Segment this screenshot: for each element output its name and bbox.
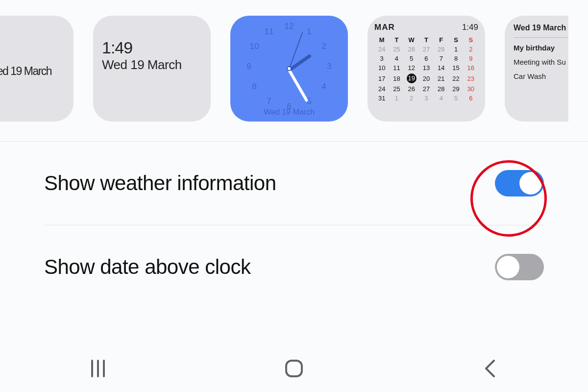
calendar-day: 2 [404, 94, 419, 103]
calendar-day: 10 [374, 63, 389, 73]
calendar-dow: T [419, 35, 434, 45]
calendar-day: 23 [464, 73, 478, 84]
toggle-knob [497, 256, 519, 278]
nav-back-button[interactable] [431, 358, 549, 379]
calendar-day: 27 [419, 84, 434, 94]
calendar-day: 6 [419, 54, 434, 63]
calendar-month: MAR [374, 23, 395, 32]
calendar-day: 24 [374, 45, 389, 54]
calendar-day: 22 [448, 73, 463, 84]
clock-number: 3 [323, 61, 335, 73]
clock-number: 11 [263, 26, 275, 38]
calendar-day: 25 [389, 45, 404, 54]
setting-row-weather[interactable]: Show weather information [44, 142, 544, 225]
event-item: Car Wash [514, 72, 568, 80]
clock-number: 2 [318, 41, 330, 52]
calendar-day: 28 [434, 84, 448, 94]
clock-number: 9 [243, 61, 255, 73]
clock-number: 1 [303, 26, 315, 38]
calendar-dow: F [434, 35, 448, 45]
calendar-day: 1 [448, 45, 463, 54]
widget-events[interactable]: Wed 19 March My birthdayMeeting with SuC… [505, 16, 568, 122]
clock-number: 10 [248, 41, 260, 52]
clock-center-dot [287, 66, 292, 71]
widget-style-carousel[interactable]: Wed 19 March 1:49 Wed 19 March 121234567… [0, 0, 588, 142]
calendar-day: 18 [389, 73, 404, 84]
calendar-dow: M [374, 35, 389, 45]
calendar-grid: MTWTFSS 24252627281234567891011121314151… [374, 35, 478, 103]
calendar-day: 9 [464, 54, 478, 63]
calendar-day: 13 [419, 63, 434, 73]
setting-weather-label: Show weather information [44, 172, 276, 195]
calendar-day: 3 [374, 54, 389, 63]
event-item: My birthday [514, 44, 568, 52]
calendar-dow: S [464, 35, 478, 45]
widget-date-only[interactable]: Wed 19 March [0, 16, 74, 122]
clock-number: 4 [318, 81, 330, 93]
calendar-day: 4 [389, 54, 404, 63]
calendar-day: 26 [404, 45, 419, 54]
calendar-dow: W [404, 35, 419, 45]
clock-number: 7 [263, 96, 275, 107]
calendar-day: 5 [404, 54, 419, 63]
setting-date-above-clock-label: Show date above clock [44, 255, 250, 279]
clock-number: 8 [248, 81, 260, 93]
widget-analog-clock[interactable]: 121234567891011 Wed 19 March [230, 16, 348, 122]
calendar-day: 19 [404, 73, 419, 84]
calendar-day: 30 [464, 84, 478, 94]
calendar-day: 2 [464, 45, 478, 54]
setting-date-above-clock-toggle[interactable] [495, 254, 544, 280]
calendar-day: 8 [448, 54, 463, 63]
calendar-day: 3 [419, 94, 434, 103]
settings-list: Show weather information Show date above… [0, 142, 588, 309]
widget-date-only-date: Wed 19 March [0, 65, 65, 78]
svg-rect-3 [286, 361, 302, 376]
toggle-knob [519, 172, 542, 195]
calendar-day: 1 [389, 94, 404, 103]
widget-month-calendar[interactable]: MAR 1:49 MTWTFSS 24252627281234567891011… [368, 16, 485, 122]
calendar-day: 6 [464, 94, 478, 103]
calendar-time: 1:49 [462, 23, 478, 32]
calendar-day: 12 [404, 63, 419, 73]
events-divider [514, 37, 568, 38]
widget-digital-time: 1:49 [102, 38, 202, 57]
calendar-day: 25 [389, 84, 404, 94]
calendar-day: 27 [419, 45, 434, 54]
events-widget-date: Wed 19 March [514, 24, 568, 32]
calendar-dow: T [389, 35, 404, 45]
clock-minute-hand [288, 70, 308, 102]
calendar-day: 5 [448, 94, 463, 103]
calendar-day: 15 [448, 63, 463, 73]
widget-digital-clock[interactable]: 1:49 Wed 19 March [93, 16, 211, 122]
event-item: Meeting with Su [514, 58, 568, 66]
setting-row-date-above-clock[interactable]: Show date above clock [44, 225, 544, 309]
clock-number: 12 [283, 21, 295, 32]
calendar-day: 14 [434, 63, 448, 73]
calendar-day: 17 [374, 73, 389, 84]
calendar-day: 26 [404, 84, 419, 94]
calendar-day: 31 [374, 94, 389, 103]
calendar-day: 7 [434, 54, 448, 63]
calendar-dow: S [448, 35, 463, 45]
nav-home-button[interactable] [235, 358, 353, 379]
calendar-day: 20 [419, 73, 434, 84]
calendar-day: 29 [448, 84, 463, 94]
calendar-day: 16 [464, 63, 478, 73]
widget-digital-date: Wed 19 March [102, 57, 202, 73]
android-navigation-bar [0, 345, 588, 392]
calendar-day: 11 [389, 63, 404, 73]
calendar-day: 4 [434, 94, 448, 103]
nav-recents-button[interactable] [39, 359, 157, 378]
calendar-day: 28 [434, 45, 448, 54]
widget-analog-date: Wed 19 March [240, 108, 338, 117]
calendar-day: 24 [374, 84, 389, 94]
clock-face: 121234567891011 Wed 19 March [240, 20, 338, 118]
calendar-day: 21 [434, 73, 448, 84]
setting-weather-toggle[interactable] [495, 170, 544, 196]
